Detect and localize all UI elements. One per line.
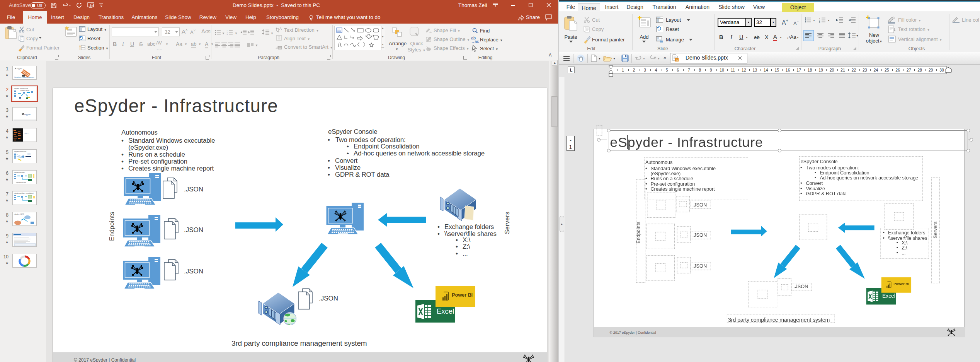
svg-text:espyder: espyder: [24, 114, 31, 116]
svg-text:espyder: espyder: [17, 68, 22, 70]
svg-text:eSpyder architecture: eSpyder architecture: [14, 151, 26, 152]
svg-text:eSpyder Console: eSpyder Console: [20, 90, 29, 91]
svg-text:s: s: [676, 58, 678, 62]
svg-text:The X...: The X...: [24, 133, 30, 135]
svg-text:single machine flow: single machine flow: [16, 182, 26, 183]
svg-text:eSpyder workflow: eSpyder workflow: [14, 172, 25, 173]
svg-text:A: A: [279, 27, 282, 31]
svg-text:Compliance + Data management: Compliance + Data management: [14, 77, 34, 78]
svg-text:eSpyder - Infrastructure: eSpyder - Infrastructure: [14, 88, 28, 89]
svg-text:3: 3: [819, 21, 820, 23]
svg-text:eSpyder workflow - consolidate: eSpyder workflow - consolidated: [14, 193, 33, 194]
svg-text:3: 3: [226, 33, 228, 36]
svg-text:eSpyder - GDPR: eSpyder - GDPR: [14, 213, 24, 215]
